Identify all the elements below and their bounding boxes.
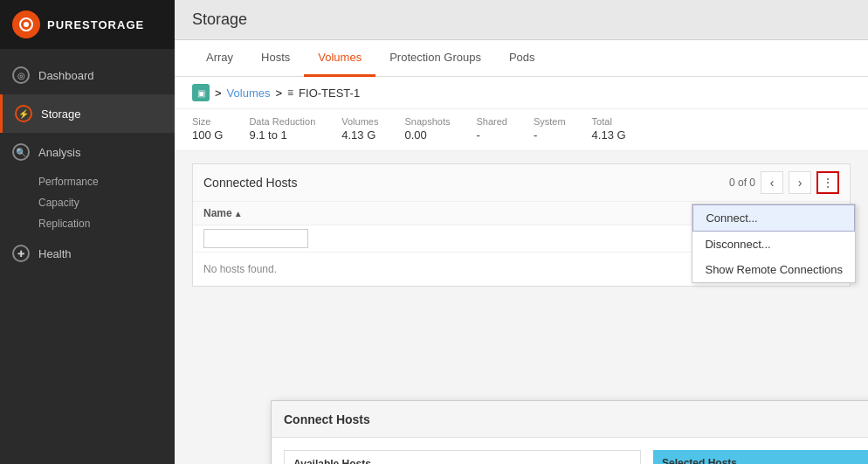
sidebar-item-health[interactable]: ✚ Health [0,234,175,273]
name-column-header: Name [203,207,232,219]
sidebar-item-label: Analysis [38,146,80,159]
analysis-icon: 🔍 [12,143,30,161]
storage-icon: ⚡ [15,105,32,122]
svg-point-1 [24,22,29,27]
stat-system: System - [534,116,566,142]
page-info: 0 of 0 [729,177,755,189]
tab-volumes[interactable]: Volumes [304,40,375,77]
sidebar: PURESTORAGE ◎ Dashboard ⚡ Storage 🔍 Anal… [0,0,175,464]
sidebar-item-storage[interactable]: ⚡ Storage [0,94,175,133]
connected-hosts-title: Connected Hosts [203,176,297,190]
sidebar-item-performance[interactable]: Performance [38,171,175,192]
available-hosts-title: Available Hosts [285,451,640,464]
selected-hosts-panel: Selected Hosts 1 selected Clear all RHEL… [653,450,868,464]
prev-page-button[interactable]: ‹ [761,171,783,194]
actions-button[interactable]: ⋮ [816,171,839,194]
stat-total: Total 4.13 G [592,116,626,142]
stats-row: Size 100 G Data Reduction 9.1 to 1 Volum… [175,109,868,151]
dashboard-icon: ◎ [12,66,30,84]
tab-array[interactable]: Array [192,40,247,77]
search-input[interactable] [203,229,308,248]
tab-protection-groups[interactable]: Protection Groups [375,40,495,77]
sidebar-item-label: Dashboard [38,69,94,82]
sub-nav: Performance Capacity Replication [0,171,175,234]
main-header: Storage [175,0,868,40]
stat-shared: Shared - [476,116,506,142]
tab-bar: Array Hosts Volumes Protection Groups Po… [175,40,868,77]
connected-hosts-controls: 0 of 0 ‹ › ⋮ [729,171,839,194]
sort-icon: ▲ [234,209,243,218]
logo-icon [12,10,40,38]
dropdown-disconnect[interactable]: Disconnect... [692,232,855,257]
breadcrumb-sep2: > [275,87,282,100]
sidebar-item-label: Storage [41,107,81,121]
modal-title: Connect Hosts [284,412,370,426]
breadcrumb-volumes-link[interactable]: Volumes [227,87,271,100]
sidebar-item-dashboard[interactable]: ◎ Dashboard [0,56,175,94]
dropdown-menu: Connect... Disconnect... Show Remote Con… [692,204,856,283]
connect-hosts-modal: Connect Hosts × Available Hosts [271,400,868,464]
breadcrumb-current: FIO-TEST-1 [299,87,360,100]
tab-hosts[interactable]: Hosts [247,40,304,77]
storage-breadcrumb-icon: ▣ [192,84,210,101]
stat-volumes: Volumes 4.13 G [341,116,378,142]
dropdown-connect[interactable]: Connect... [692,204,855,232]
next-page-button[interactable]: › [789,171,811,194]
modal-header: Connect Hosts × [272,401,868,438]
sidebar-item-capacity[interactable]: Capacity [38,192,175,213]
available-hosts-panel: Available Hosts 1-9 of 9 ‹ › [284,450,641,464]
page-title: Storage [192,10,851,29]
logo-text: PURESTORAGE [47,18,144,31]
sidebar-item-analysis[interactable]: 🔍 Analysis [0,133,175,171]
sidebar-nav: ◎ Dashboard ⚡ Storage 🔍 Analysis Perform… [0,49,175,464]
stat-snapshots: Snapshots 0.00 [404,116,450,142]
health-icon: ✚ [12,245,30,262]
breadcrumb-sep: > [215,87,222,100]
sidebar-item-label: Health [38,247,72,260]
modal-body: Available Hosts 1-9 of 9 ‹ › [272,438,868,464]
dropdown-show-remote[interactable]: Show Remote Connections [692,257,855,282]
sidebar-item-replication[interactable]: Replication [38,213,175,234]
connected-hosts-header: Connected Hosts 0 of 0 ‹ › ⋮ [193,164,850,202]
content-area: Connected Hosts 0 of 0 ‹ › ⋮ Name ▲ No h… [175,151,868,464]
selected-hosts-title: Selected Hosts [653,450,868,464]
volume-icon: ≡ [287,87,293,99]
stat-data-reduction: Data Reduction 9.1 to 1 [249,116,315,142]
main-content: Storage Array Hosts Volumes Protection G… [175,0,868,464]
tab-pods[interactable]: Pods [495,40,549,77]
breadcrumb: ▣ > Volumes > ≡ FIO-TEST-1 [175,77,868,109]
logo: PURESTORAGE [0,0,175,49]
stat-size: Size 100 G [192,116,223,142]
